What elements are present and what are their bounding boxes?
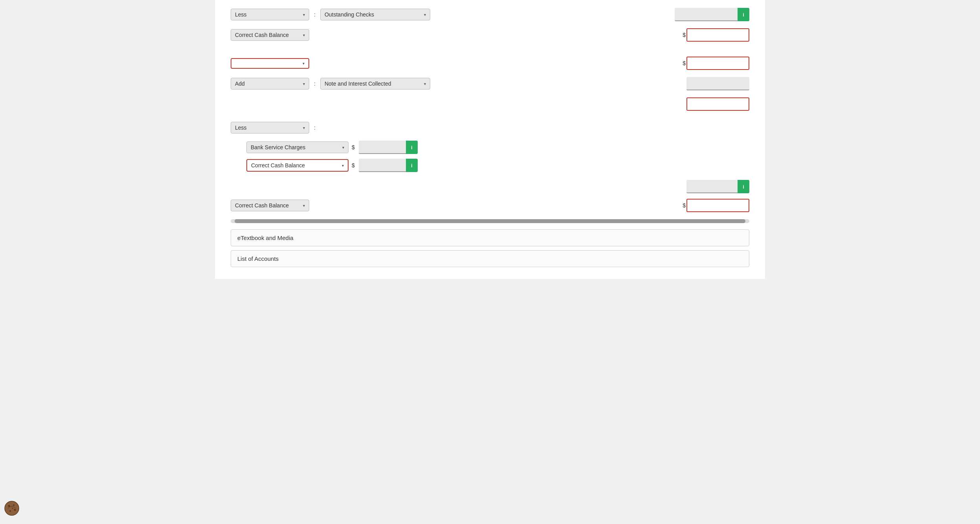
modifier-less-2[interactable]: Less ▾: [231, 122, 309, 134]
note-interest-select[interactable]: Note and Interest Collected ▾: [320, 78, 430, 90]
outstanding-checks-input[interactable]: 1393: [675, 8, 738, 21]
dollar-sign: $: [683, 32, 686, 38]
book-balance-input[interactable]: 13039: [686, 57, 749, 70]
horizontal-scrollbar[interactable]: [231, 219, 749, 223]
less-row: Less ▾ :: [231, 122, 749, 134]
dollar-sign: $: [683, 202, 686, 209]
colon-label: :: [314, 81, 316, 87]
chevron-down-icon: ▾: [342, 145, 344, 150]
colon-label: :: [314, 125, 316, 131]
correct-cash-balance-1-value-group: $ 14383: [683, 28, 749, 42]
chevron-down-icon: ▾: [303, 82, 305, 86]
dollar-sign: $: [352, 144, 355, 150]
correct-cash-balance-1-input[interactable]: 14383: [686, 28, 749, 42]
correct-cash-balance-row-1: Correct Cash Balance ▾ $ 14383: [231, 28, 749, 42]
subtotal-row: 14419: [231, 97, 749, 111]
outstanding-checks-input-info: 1393 i: [675, 8, 749, 21]
book-balance-row: ▾ $ 13039: [231, 57, 749, 70]
outstanding-checks-value-group: 1393 i: [675, 8, 749, 21]
dollar-sign: $: [352, 162, 355, 169]
bank-service-input[interactable]: 27: [359, 141, 406, 154]
correct-cash-balance-bottom-row: Correct Cash Balance ▾ $: [231, 199, 749, 212]
book-balance-select[interactable]: ▾: [231, 58, 309, 69]
chevron-down-icon: ▾: [303, 13, 305, 17]
chevron-down-icon: ▾: [424, 13, 426, 17]
correct-cash-balance-mid-select[interactable]: Correct Cash Balance ▾: [246, 159, 349, 172]
scrollbar-thumb[interactable]: [235, 219, 745, 223]
correct-cash-balance-select-1[interactable]: Correct Cash Balance ▾: [231, 29, 309, 41]
correct-cash-balance-bottom-select[interactable]: Correct Cash Balance ▾: [231, 200, 309, 211]
total-36-row: 36 i: [231, 180, 749, 193]
correct-cash-balance-mid-input-info: 9 i: [359, 159, 418, 172]
note-interest-row: Add ▾ : Note and Interest Collected ▾ 13…: [231, 77, 749, 90]
bank-service-select[interactable]: Bank Service Charges ▾: [246, 141, 349, 153]
bank-service-input-info: 27 i: [359, 141, 418, 154]
subtotal-value-group: 14419: [686, 97, 749, 111]
outstanding-checks-select[interactable]: Outstanding Checks ▾: [320, 9, 430, 20]
correct-cash-balance-bottom-value-group: $: [683, 199, 749, 212]
correct-cash-balance-bottom-input[interactable]: [686, 199, 749, 212]
chevron-down-icon: ▾: [303, 61, 305, 66]
info-button-outstanding[interactable]: i: [738, 8, 749, 21]
info-button-total-36[interactable]: i: [738, 180, 749, 193]
total-36-group: 36 i: [686, 180, 749, 193]
colon-label: :: [314, 11, 316, 18]
correct-cash-balance-mid-sub-row: Correct Cash Balance ▾ $ 9 i: [231, 159, 749, 172]
chevron-down-icon: ▾: [424, 82, 426, 86]
dollar-sign: $: [683, 60, 686, 66]
correct-cash-balance-mid-input[interactable]: 9: [359, 159, 406, 172]
etextbook-section: eTextbook and Media: [231, 229, 749, 246]
chevron-down-icon: ▾: [342, 163, 344, 168]
modifier-add[interactable]: Add ▾: [231, 78, 309, 90]
subtotal-input[interactable]: 14419: [686, 97, 749, 111]
book-balance-value-group: $ 13039: [683, 57, 749, 70]
info-button-bank-service[interactable]: i: [406, 141, 418, 154]
chevron-down-icon: ▾: [303, 33, 305, 37]
note-interest-value-group: 1380: [686, 77, 749, 90]
info-button-correct-cash-mid[interactable]: i: [406, 159, 418, 172]
note-interest-input[interactable]: 1380: [686, 77, 749, 90]
list-of-accounts-section: List of Accounts: [231, 250, 749, 267]
modifier-less-1[interactable]: Less ▾: [231, 9, 309, 20]
bank-service-sub-row: Bank Service Charges ▾ $ 27 i: [231, 141, 749, 154]
total-36-input[interactable]: 36: [686, 180, 738, 193]
chevron-down-icon: ▾: [303, 203, 305, 208]
chevron-down-icon: ▾: [303, 126, 305, 130]
outstanding-checks-row: Less ▾ : Outstanding Checks ▾ 1393 i: [231, 8, 749, 21]
